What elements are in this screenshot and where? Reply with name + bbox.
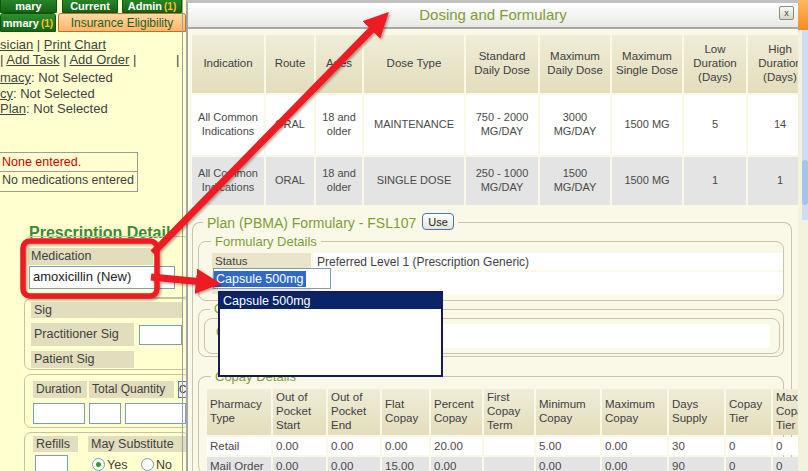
dropdown-option-capsule-500mg[interactable]: Capsule 500mg [220,293,441,309]
table-cell: All Common Indications [192,95,264,155]
may-substitute-label: May Substitute [88,436,186,452]
column-header: Low Duration (Days) [684,35,746,93]
column-header: Indication [192,35,264,93]
table-cell: SINGLE DOSE [364,157,464,205]
table-cell: 5.00 [536,437,600,455]
column-header: Maximum Daily Dose [540,35,610,93]
practitioner-sig-input[interactable] [139,325,182,345]
column-header: Copay Tier [726,389,771,435]
table-cell: 0.00 [431,457,482,471]
column-header: Maximum Single Dose [612,35,682,93]
table-cell: 0.00 [536,457,600,471]
selection-row: Plan: Not Selected [0,101,113,117]
link-cy[interactable]: cy [0,86,13,101]
column-header: Pharmacy Type [207,389,271,435]
table-cell: ORAL [266,157,314,205]
selection-value: : Not Selected [31,70,113,85]
practitioner-sig-label: Practitioner Sig [31,323,134,346]
table-cell: 0.00 [328,437,380,455]
tab-label: Insurance Eligibility [71,16,174,30]
table-cell: 0.00 [273,437,326,455]
table-header-row: Pharmacy TypeOut of Pocket StartOut of P… [207,389,808,435]
use-button[interactable]: Use [422,213,454,230]
table-cell: 18 and older [316,157,362,205]
table-cell: 20.00 [431,437,482,455]
patient-sig-label: Patient Sig [31,351,134,368]
selection-value: : Not Selected [26,101,108,116]
tab-insurance-eligibility[interactable]: Insurance Eligibility [58,13,186,32]
tab-current[interactable]: Current [62,0,118,13]
column-header: Ages [316,35,362,93]
selection-row: macy: Not Selected [0,70,113,86]
tab-count-badge: (1) [164,1,176,12]
scrollbar-thumb[interactable] [802,160,808,205]
link-add-task[interactable]: Add Task [6,52,59,67]
selection-row: cy: Not Selected [0,86,113,102]
yes-radio-label: Yes [107,458,127,471]
table-cell: 1 [684,157,746,205]
total-quantity-unit-input[interactable] [125,403,186,424]
tab-label: mary [15,0,41,12]
table-cell: 18 and older [316,95,362,155]
dialog-titlebar[interactable]: Dosing and Formulary x [188,3,798,29]
dosing-table: IndicationRouteAgesDose TypeStandard Dai… [190,33,808,207]
may-substitute-radio-group: Yes No [92,458,172,471]
tab-label: Current [70,0,110,12]
total-quantity-input[interactable] [89,403,121,424]
close-button[interactable]: x [779,6,794,20]
medication-label: Medication [28,248,153,265]
column-header: First Copay Term [484,389,534,435]
page-scrollbar[interactable] [802,30,808,220]
table-cell: 0.00 [602,437,667,455]
duration-label: Duration [33,381,87,398]
table-cell: 90 [669,457,724,471]
tab-mmary[interactable]: mmary(1) [0,13,56,32]
column-header: Percent Copay [431,389,482,435]
table-row: Retail0.000.000.0020.005.000.003000 [207,437,808,455]
no-radio-label: No [156,458,172,471]
table-cell: 0 [726,437,771,455]
link-macy[interactable]: macy [0,70,31,85]
tab-count-badge: (1) [41,18,53,29]
selection-status-list: macy: Not Selectedcy: Not SelectedPlan: … [0,70,113,117]
table-cell: 5 [684,95,746,155]
column-header: Days Supply [669,389,724,435]
nav-links-row-1: sician | Print Chart [0,37,106,52]
column-header: Minimum Copay [536,389,600,435]
table-cell: 0.00 [273,457,326,471]
table-cell: 0.00 [328,457,380,471]
table-cell: 3000 MG/DAY [540,95,610,155]
link-print-chart[interactable]: Print Chart [44,37,106,52]
link-plan[interactable]: Plan [0,101,26,116]
table-cell: 250 - 1000 MG/DAY [466,157,538,205]
table-cell: 30 [669,437,724,455]
column-header: Out of Pocket End [328,389,380,435]
combobox-selected-text: Capsule 500mg [214,271,306,287]
medication-alert-text: No medications entered [2,173,134,187]
link-sician[interactable]: sician [0,37,33,52]
tab-admin[interactable]: Admin(1) [122,0,182,13]
table-cell: 15.00 [382,457,429,471]
tab-label: mmary [3,17,39,29]
yes-radio[interactable] [92,458,105,471]
table-cell: 0.00 [602,457,667,471]
formulary-option-combobox[interactable]: Capsule 500mg [213,268,331,289]
separator: | [60,52,70,67]
no-radio[interactable] [141,458,154,471]
medication-input[interactable]: amoxicillin (New) [29,266,175,289]
refills-label: Refills [33,436,78,452]
link-add-order[interactable]: Add Order [69,52,129,67]
formulary-option-dropdown: Capsule 500mg [218,291,443,377]
duration-input[interactable] [33,403,85,424]
table-cell: All Common Indications [192,157,264,205]
column-header: Maximum Copay [602,389,667,435]
refills-input[interactable] [35,455,68,471]
table-cell: 0.00 [382,437,429,455]
table-cell: Mail Order [207,457,271,471]
medication-alert: No medications entered [0,171,138,192]
column-header: Dose Type [364,35,464,93]
tab-mary[interactable]: mary [0,0,57,13]
formulary-details-legend: Formulary Details [211,234,321,249]
tab-label: Admin [128,0,162,12]
allergy-alert-text: None entered. [2,155,81,169]
